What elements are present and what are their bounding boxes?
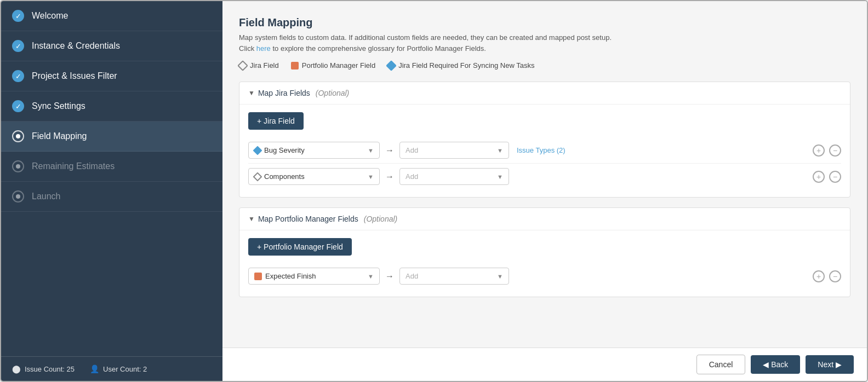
expected-finish-square-icon — [254, 273, 262, 280]
legend-bar: Jira Field Portfolio Manager Field Jira … — [239, 61, 850, 70]
jira-row-bug-severity: Bug Severity ▼ → Add ▼ Issue Types (2) + — [248, 137, 841, 164]
jira-field-icon — [237, 60, 248, 71]
step-icon-project: ✓ — [12, 70, 24, 82]
sidebar-item-sync-settings[interactable]: ✓ Sync Settings — [1, 91, 222, 121]
legend-jira-label: Jira Field — [250, 61, 279, 70]
bug-severity-label: Bug Severity — [264, 146, 305, 154]
legend-required-label: Jira Field Required For Syncing New Task… — [398, 61, 534, 70]
jira-section-title: Map Jira Fields — [258, 89, 310, 97]
jira-optional-label: (Optional) — [316, 89, 349, 97]
back-button[interactable]: ◀ Back — [751, 355, 800, 374]
pm-section-header[interactable]: ▼ Map Portfolio Manager Fields (Optional… — [239, 208, 850, 230]
pm-field-icon — [291, 62, 299, 70]
sidebar-label-instance: Instance & Credentials — [32, 41, 120, 51]
bug-severity-caret-icon: ▼ — [368, 147, 374, 154]
issue-count-label: Issue Count: 25 — [25, 365, 75, 373]
content-area: Field Mapping Map system fields to custo… — [222, 1, 867, 348]
legend-jira-field: Jira Field — [239, 61, 279, 70]
desc-text-3: to explore the comprehensive glossary fo… — [272, 44, 486, 53]
bug-severity-select[interactable]: Bug Severity ▼ — [248, 142, 380, 159]
user-count-label: User Count: 2 — [103, 365, 147, 373]
sidebar-item-welcome[interactable]: ✓ Welcome — [1, 1, 222, 31]
legend-jira-required: Jira Field Required For Syncing New Task… — [387, 61, 534, 70]
pm-optional-label: (Optional) — [364, 215, 397, 223]
sidebar-item-project-issues[interactable]: ✓ Project & Issues Filter — [1, 61, 222, 91]
components-actions: + − — [813, 171, 841, 183]
page-description: Map system fields to custom data. If add… — [239, 32, 850, 54]
expected-finish-expand-button[interactable]: + — [813, 270, 825, 282]
next-button[interactable]: Next ▶ — [806, 355, 854, 374]
jira-required-icon — [386, 60, 397, 71]
expected-finish-remove-button[interactable]: − — [829, 270, 841, 282]
components-target-caret: ▼ — [497, 173, 503, 180]
sidebar: ✓ Welcome ✓ Instance & Credentials ✓ Pro… — [1, 1, 222, 381]
expected-finish-target-select[interactable]: Add ▼ — [399, 268, 509, 285]
pm-section-title: Map Portfolio Manager Fields — [258, 215, 358, 223]
jira-chevron-icon: ▼ — [248, 89, 255, 97]
components-select[interactable]: Components ▼ — [248, 168, 380, 185]
sidebar-label-project: Project & Issues Filter — [32, 71, 117, 81]
pm-section-body: + Portfolio Manager Field Expected Finis… — [239, 230, 850, 297]
components-remove-button[interactable]: − — [829, 171, 841, 183]
add-jira-field-button[interactable]: + Jira Field — [248, 112, 304, 130]
pm-fields-section: ▼ Map Portfolio Manager Fields (Optional… — [239, 207, 850, 297]
expected-finish-target-caret: ▼ — [497, 273, 503, 280]
sidebar-item-remaining: Remaining Estimates — [1, 152, 222, 182]
bug-severity-arrow-icon: → — [385, 146, 394, 155]
add-jira-label: + Jira Field — [257, 117, 295, 125]
components-label: Components — [264, 172, 305, 181]
user-count-stat: 👤 User Count: 2 — [90, 364, 147, 373]
sidebar-label-field-mapping: Field Mapping — [32, 131, 87, 141]
components-target-select[interactable]: Add ▼ — [399, 168, 509, 185]
step-icon-sync: ✓ — [12, 100, 24, 112]
sidebar-label-welcome: Welcome — [32, 11, 68, 21]
sidebar-label-sync: Sync Settings — [32, 101, 85, 111]
jira-fields-section: ▼ Map Jira Fields (Optional) + Jira Fiel… — [239, 82, 850, 198]
jira-section-body: + Jira Field Bug Severity ▼ → Add — [239, 105, 850, 197]
page-title: Field Mapping — [239, 16, 850, 29]
pm-chevron-icon: ▼ — [248, 215, 255, 223]
step-icon-instance: ✓ — [12, 40, 24, 52]
legend-pm-field: Portfolio Manager Field — [291, 61, 375, 70]
step-icon-remaining — [12, 160, 24, 172]
bug-severity-remove-button[interactable]: − — [829, 144, 841, 157]
sidebar-item-field-mapping[interactable]: Field Mapping — [1, 121, 222, 152]
jira-section-header[interactable]: ▼ Map Jira Fields (Optional) — [239, 82, 850, 105]
expected-finish-arrow-icon: → — [385, 271, 394, 281]
glossary-link[interactable]: here — [256, 44, 271, 53]
step-icon-launch — [12, 190, 24, 202]
bug-severity-target-caret: ▼ — [497, 147, 503, 154]
add-pm-field-button[interactable]: + Portfolio Manager Field — [248, 238, 352, 256]
components-arrow-icon: → — [385, 172, 394, 182]
sidebar-item-instance-credentials[interactable]: ✓ Instance & Credentials — [1, 31, 222, 61]
bug-severity-expand-button[interactable]: + — [813, 144, 825, 157]
components-caret-icon: ▼ — [368, 173, 374, 180]
sidebar-label-launch: Launch — [32, 192, 61, 201]
bug-severity-add-placeholder: Add — [406, 146, 418, 154]
main-panel: Field Mapping Map system fields to custo… — [222, 1, 867, 381]
expected-finish-caret-icon: ▼ — [368, 273, 374, 280]
components-diamond-icon — [253, 172, 262, 181]
jira-row-components: Components ▼ → Add ▼ + − — [248, 164, 841, 189]
bug-severity-badge[interactable]: Issue Types (2) — [517, 146, 566, 154]
desc-text-1: Map system fields to custom data. If add… — [239, 33, 612, 42]
expected-finish-add-placeholder: Add — [406, 272, 418, 280]
issue-count-icon: ⬤ — [12, 364, 21, 373]
add-pm-label: + Portfolio Manager Field — [257, 242, 343, 251]
components-expand-button[interactable]: + — [813, 171, 825, 183]
expected-finish-label: Expected Finish — [265, 272, 316, 280]
cancel-button[interactable]: Cancel — [696, 355, 746, 374]
bug-severity-actions: + − — [813, 144, 841, 157]
step-icon-field-mapping — [12, 130, 24, 142]
pm-row-expected-finish: Expected Finish ▼ → Add ▼ + − — [248, 263, 841, 289]
expected-finish-select[interactable]: Expected Finish ▼ — [248, 268, 380, 285]
bug-severity-target-select[interactable]: Add ▼ — [399, 142, 509, 159]
legend-pm-label: Portfolio Manager Field — [302, 61, 375, 70]
sidebar-nav: ✓ Welcome ✓ Instance & Credentials ✓ Pro… — [1, 1, 222, 356]
issue-count-stat: ⬤ Issue Count: 25 — [12, 364, 75, 373]
step-icon-welcome: ✓ — [12, 10, 24, 22]
expected-finish-actions: + − — [813, 270, 841, 282]
desc-text-2: Click — [239, 44, 254, 53]
bug-severity-diamond-icon — [253, 146, 262, 155]
user-count-icon: 👤 — [90, 364, 99, 373]
